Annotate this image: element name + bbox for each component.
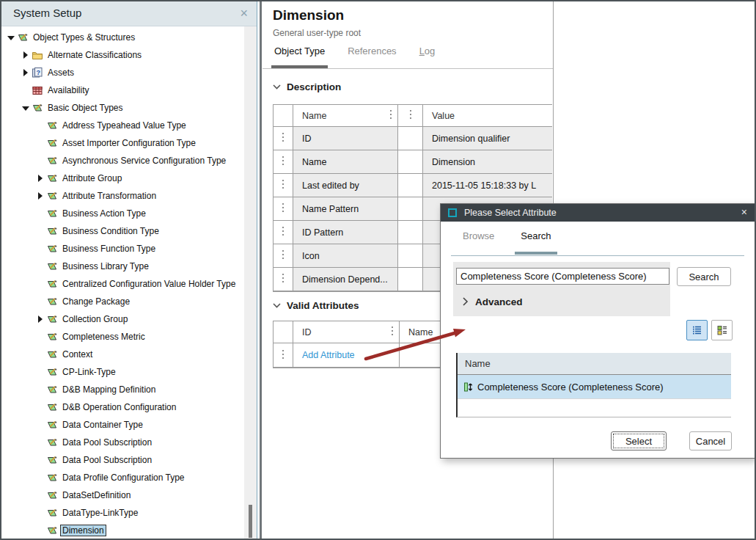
close-icon[interactable]: × <box>240 5 248 21</box>
tree-item-data-pool-subscription[interactable]: Data Pool Subscription <box>1 451 244 469</box>
object-type-icon <box>32 102 45 114</box>
dialog-tab-browse[interactable]: Browse <box>461 230 496 241</box>
row-drag-handle[interactable] <box>274 221 293 244</box>
tree-item-completeness-metric[interactable]: Completeness Metric <box>1 328 244 346</box>
dialog-titlebar[interactable]: Please Select Attribute × <box>441 204 755 222</box>
tree-item-attribute-transformation[interactable]: Attribute Transformation <box>1 187 244 205</box>
tree-item-alternate-classifications[interactable]: Alternate Classifications <box>1 46 244 64</box>
tree-item-dimension[interactable]: Dimension <box>1 522 244 539</box>
column-menu-icon[interactable] <box>410 110 411 121</box>
description-table-header: Name Value <box>274 105 552 127</box>
tree-item-asset-importer-configuration-type[interactable]: Asset Importer Configuration Type <box>1 134 244 152</box>
search-button[interactable]: Search <box>677 267 731 286</box>
detail-tab-object-type[interactable]: Object Type <box>273 45 326 56</box>
select-button[interactable]: Select <box>611 431 667 450</box>
add-attribute-link[interactable]: Add Attribute <box>302 350 355 360</box>
scrollbar-thumb[interactable] <box>249 505 252 538</box>
object-type-icon <box>46 243 60 255</box>
dialog-close-icon[interactable]: × <box>741 206 747 218</box>
tree-item-label: CP-Link-Type <box>60 366 118 378</box>
advanced-toggle[interactable]: Advanced <box>463 292 523 311</box>
add-attribute-cell: Add Attribute <box>293 343 400 367</box>
object-type-icon <box>46 296 60 307</box>
tree-item-label: Data Pool Subscription <box>60 437 154 448</box>
chevron-down-icon <box>273 303 281 308</box>
tree-item-change-package[interactable]: Change Package <box>1 293 244 310</box>
tree-item-data-pool-subscription[interactable]: Data Pool Subscription <box>1 434 244 451</box>
object-type-icon <box>46 507 60 519</box>
system-setup-header: System Setup × <box>1 1 257 26</box>
result-label: Completeness Score (Completeness Score) <box>477 382 664 393</box>
details-view-button[interactable] <box>711 320 733 340</box>
row-drag-handle[interactable] <box>274 197 293 220</box>
object-types-tree: Object Types & StructuresAlternate Class… <box>1 26 244 539</box>
tree-item-label: D&B Operation Configuration <box>60 401 178 413</box>
expander-collapsed-icon[interactable] <box>35 169 46 187</box>
tree-item-data-profile-configuration-type[interactable]: Data Profile Configuration Type <box>1 469 244 486</box>
expander-collapsed-icon[interactable] <box>21 64 32 81</box>
list-view-button[interactable] <box>686 320 708 340</box>
tree-item-d-b-mapping-definition[interactable]: D&B Mapping Definition <box>1 381 244 398</box>
row-drag-handle[interactable] <box>274 244 293 267</box>
row-drag-handle[interactable] <box>274 268 293 291</box>
tree-item-availability[interactable]: Availability <box>1 81 244 99</box>
detail-tab-references[interactable]: References <box>346 45 397 56</box>
description-mini-cell <box>398 244 423 267</box>
section-title: Valid Attributes <box>287 300 359 311</box>
panel-splitter[interactable] <box>260 1 262 539</box>
description-name-cell: Icon <box>293 244 398 267</box>
tree-item-basic-object-types[interactable]: Basic Object Types <box>1 99 244 117</box>
object-type-icon <box>46 437 60 448</box>
description-row-last-edited-by[interactable]: Last edited by2015-11-05 15:18:33 by L <box>274 174 552 197</box>
row-drag-handle[interactable] <box>274 127 293 150</box>
description-mini-cell <box>398 174 423 197</box>
valid-attributes-section-header[interactable]: Valid Attributes <box>273 300 359 311</box>
tree-item-assets[interactable]: ?Assets <box>1 64 244 81</box>
tree-item-d-b-operation-configuration[interactable]: D&B Operation Configuration <box>1 398 244 416</box>
tree-item-attribute-group[interactable]: Attribute Group <box>1 169 244 187</box>
object-type-icon <box>46 172 60 184</box>
scrollbar-track <box>244 26 257 539</box>
column-menu-icon[interactable] <box>390 110 392 121</box>
tree-item-address-typeahead-value-type[interactable]: Address Typeahead Value Type <box>1 117 244 134</box>
object-type-icon <box>46 366 60 378</box>
dialog-tab-search[interactable]: Search <box>519 230 552 241</box>
tree-item-business-condition-type[interactable]: Business Condition Type <box>1 222 244 240</box>
tree-item-data-container-type[interactable]: Data Container Type <box>1 416 244 434</box>
tree-item-cp-link-type[interactable]: CP-Link-Type <box>1 363 244 381</box>
expander-expanded-icon[interactable] <box>6 29 17 46</box>
tree-item-context[interactable]: Context <box>1 346 244 363</box>
row-drag-handle[interactable] <box>274 174 293 197</box>
description-row-id[interactable]: IDDimension qualifier <box>274 127 552 150</box>
description-section-header[interactable]: Description <box>273 81 341 92</box>
search-input[interactable] <box>456 268 669 285</box>
result-row-completeness-score-completeness-score[interactable]: Completeness Score (Completeness Score) <box>458 375 731 399</box>
description-name-cell: ID Pattern <box>293 221 398 244</box>
tree-item-centralized-configuration-value-holder-type[interactable]: Centralized Configuration Value Holder T… <box>1 275 244 293</box>
availability-icon <box>32 84 45 96</box>
row-drag-handle[interactable] <box>274 343 293 367</box>
cancel-button[interactable]: Cancel <box>689 431 732 450</box>
expander-collapsed-icon[interactable] <box>35 187 46 205</box>
tree-item-label: Business Action Type <box>60 208 148 219</box>
tree-item-label: Asynchronous Service Configuration Type <box>60 155 228 167</box>
tree-item-datasetdefinition[interactable]: DataSetDefinition <box>1 486 244 504</box>
tree-item-business-action-type[interactable]: Business Action Type <box>1 205 244 222</box>
column-menu-icon[interactable] <box>392 326 393 338</box>
id-column-header: ID <box>293 321 400 343</box>
expander-expanded-icon[interactable] <box>21 99 32 117</box>
expander-collapsed-icon[interactable] <box>21 46 32 64</box>
tree-item-label: Context <box>60 349 95 360</box>
tree-item-business-function-type[interactable]: Business Function Type <box>1 240 244 258</box>
tree-item-business-library-type[interactable]: Business Library Type <box>1 258 244 275</box>
tree-item-asynchronous-service-configuration-type[interactable]: Asynchronous Service Configuration Type <box>1 152 244 169</box>
expander-spacer <box>35 434 46 451</box>
row-drag-handle[interactable] <box>274 150 293 173</box>
expander-collapsed-icon[interactable] <box>35 310 46 328</box>
tree-item-object-types-structures[interactable]: Object Types & Structures <box>1 29 244 46</box>
tree-item-datatype-linktype[interactable]: DataType-LinkType <box>1 504 244 522</box>
description-row-name[interactable]: NameDimension <box>274 150 552 174</box>
detail-tab-log[interactable]: Log <box>418 45 437 56</box>
tree-item-collection-group[interactable]: Collection Group <box>1 310 244 328</box>
expander-spacer <box>35 222 46 240</box>
